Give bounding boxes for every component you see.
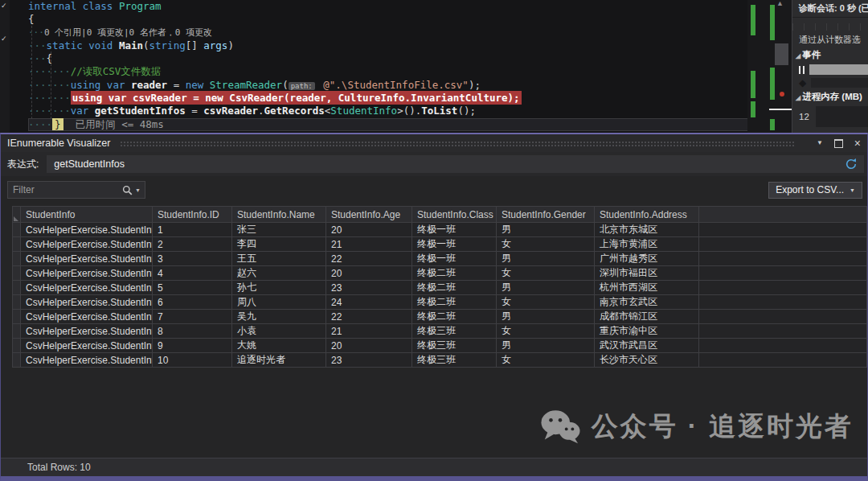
- close-button[interactable]: ×: [854, 138, 861, 149]
- indent-guide: [51, 51, 51, 119]
- row-selector[interactable]: [13, 252, 21, 266]
- table-row[interactable]: CsvHelperExercise.StudentInfo7吴九22终极二班男成…: [13, 310, 867, 324]
- table-row[interactable]: CsvHelperExercise.StudentInfo3王五22终极一班男广…: [13, 252, 867, 266]
- collapse-triangle-icon[interactable]: ◢: [796, 52, 800, 60]
- change-mark: [770, 119, 775, 130]
- export-to-csv-button[interactable]: Export to CSV... ▼: [768, 182, 862, 199]
- cell: CsvHelperExercise.StudentInfo: [21, 324, 153, 339]
- breakpoint-mark-icon: [780, 92, 784, 97]
- filter-dropdown-caret-icon[interactable]: ▼: [135, 187, 141, 193]
- expression-value: getStudentInfos: [54, 158, 125, 170]
- cell: CsvHelperExercise.StudentInfo: [21, 266, 153, 281]
- code-line: ·······var getStudentInfos = csvReader.G…: [28, 105, 747, 117]
- cell: 张三: [232, 223, 326, 237]
- column-header[interactable]: StudentInfo: [21, 207, 153, 223]
- code-line: ····} 已用时间 <= 48ms: [28, 118, 747, 131]
- cell: 杭州市西湖区: [595, 281, 699, 295]
- refresh-icon[interactable]: [845, 158, 858, 171]
- cell: CsvHelperExercise.StudentInfo: [21, 295, 153, 310]
- table-row[interactable]: CsvHelperExercise.StudentInfo8小袁21终极三班女重…: [13, 324, 867, 339]
- filter-placeholder: Filter: [8, 184, 122, 195]
- row-selector[interactable]: [13, 310, 21, 324]
- cell: 23: [326, 281, 412, 295]
- row-selector[interactable]: [13, 223, 21, 237]
- cell-filler: [699, 237, 867, 252]
- cell: CsvHelperExercise.StudentInfo: [21, 339, 153, 353]
- row-selector[interactable]: [13, 324, 21, 339]
- wechat-icon: [540, 409, 580, 445]
- expression-input[interactable]: getStudentInfos: [47, 155, 864, 173]
- cell: 女: [497, 266, 595, 281]
- table-row[interactable]: CsvHelperExercise.StudentInfo5孙七23终极二班男杭…: [13, 281, 867, 295]
- code-editor[interactable]: internal class Program{···0 个引用|0 项更改|0 …: [0, 0, 747, 133]
- row-selector[interactable]: [13, 339, 21, 353]
- table-row[interactable]: CsvHelperExercise.StudentInfo4赵六20终极二班女深…: [13, 266, 867, 281]
- watermark-text: 公众号 · 追逐时光者: [592, 409, 854, 445]
- export-dropdown-caret-icon[interactable]: ▼: [850, 187, 855, 193]
- collapse-triangle-icon[interactable]: ◢: [796, 94, 800, 101]
- cell: 终极三班: [412, 339, 497, 353]
- column-header-filler: [699, 207, 867, 223]
- table-row[interactable]: CsvHelperExercise.StudentInfo1张三20终极一班男北…: [13, 223, 867, 237]
- table-row[interactable]: CsvHelperExercise.StudentInfo10追逐时光者23终极…: [13, 353, 867, 368]
- scrollbar-thumb[interactable]: [775, 43, 788, 65]
- filter-input[interactable]: Filter ▼: [7, 181, 145, 199]
- table-row[interactable]: CsvHelperExercise.StudentInfo2李四21终极一班女上…: [13, 237, 867, 252]
- cell: 24: [326, 295, 412, 310]
- cell: 10: [153, 353, 232, 368]
- column-header[interactable]: StudentInfo.Name: [232, 207, 326, 223]
- row-selector[interactable]: [13, 266, 21, 281]
- fold-marker-icon[interactable]: ✓: [1, 2, 7, 10]
- column-header[interactable]: StudentInfo.Address: [595, 207, 699, 223]
- cell: 女: [497, 353, 595, 368]
- row-selector[interactable]: [13, 237, 21, 252]
- memory-section-header[interactable]: ◢进程内存 (MB): [792, 91, 868, 103]
- diagnostics-panel: 诊断会话: 0 秒 (已 通过从计数器选 ◢事件 ◆ ◢进程内存 (MB) 12: [792, 0, 868, 133]
- expression-row: 表达式: getStudentInfos: [1, 152, 867, 176]
- data-grid: StudentInfoStudentInfo.IDStudentInfo.Nam…: [12, 206, 866, 368]
- memory-graph: [816, 106, 868, 127]
- row-selector[interactable]: [13, 295, 21, 310]
- cell: 女: [497, 324, 595, 339]
- cell: CsvHelperExercise.StudentInfo: [21, 237, 153, 252]
- column-header[interactable]: StudentInfo.Age: [326, 207, 412, 223]
- editor-gutter[interactable]: ✓ ✓: [0, 0, 10, 133]
- table-row[interactable]: CsvHelperExercise.StudentInfo6周八24终极二班女南…: [13, 295, 867, 310]
- fold-marker-icon[interactable]: ✓: [1, 35, 7, 43]
- editor-scrollbar[interactable]: ▲: [747, 0, 792, 133]
- filter-row: Filter ▼ Export to CSV... ▼: [1, 176, 867, 204]
- scroll-up-arrow-icon[interactable]: ▲: [776, 0, 784, 7]
- cell-filler: [699, 252, 867, 266]
- status-bar: Total Rows: 10: [1, 458, 867, 476]
- select-all-corner[interactable]: [13, 207, 21, 223]
- events-section-header[interactable]: ◢事件: [792, 49, 868, 61]
- maximize-button[interactable]: [834, 139, 843, 148]
- cell-filler: [699, 295, 867, 310]
- row-selector[interactable]: [13, 353, 21, 368]
- cell: 大姚: [232, 339, 326, 353]
- cell-filler: [699, 223, 867, 237]
- cell: 终极二班: [412, 281, 497, 295]
- events-lane-dark: [811, 78, 868, 88]
- column-header[interactable]: StudentInfo.Gender: [497, 207, 595, 223]
- cell: 20: [326, 339, 412, 353]
- corner-triangle-icon: [14, 216, 18, 221]
- vs-debug-screen: internal class Program{···0 个引用|0 项更改|0 …: [0, 0, 868, 481]
- cell-filler: [699, 266, 867, 281]
- cell: 男: [497, 223, 595, 237]
- row-selector[interactable]: [13, 281, 21, 295]
- table-row[interactable]: CsvHelperExercise.StudentInfo9大姚20终极三班男武…: [13, 339, 867, 353]
- code-line: ···{: [28, 52, 747, 65]
- window-menu-button[interactable]: ▼: [817, 138, 823, 149]
- cell: 北京市东城区: [595, 223, 699, 237]
- column-header[interactable]: StudentInfo.Class: [412, 207, 497, 223]
- cell: 4: [153, 266, 232, 281]
- column-header[interactable]: StudentInfo.ID: [153, 207, 232, 223]
- cell: 终极二班: [412, 266, 497, 281]
- cell: 周八: [232, 295, 326, 310]
- cell: 女: [497, 295, 595, 310]
- cell: 终极三班: [412, 353, 497, 368]
- cell: 男: [497, 281, 595, 295]
- cell: 22: [326, 252, 412, 266]
- window-titlebar[interactable]: IEnumerable Visualizer ▼ ×: [1, 134, 867, 152]
